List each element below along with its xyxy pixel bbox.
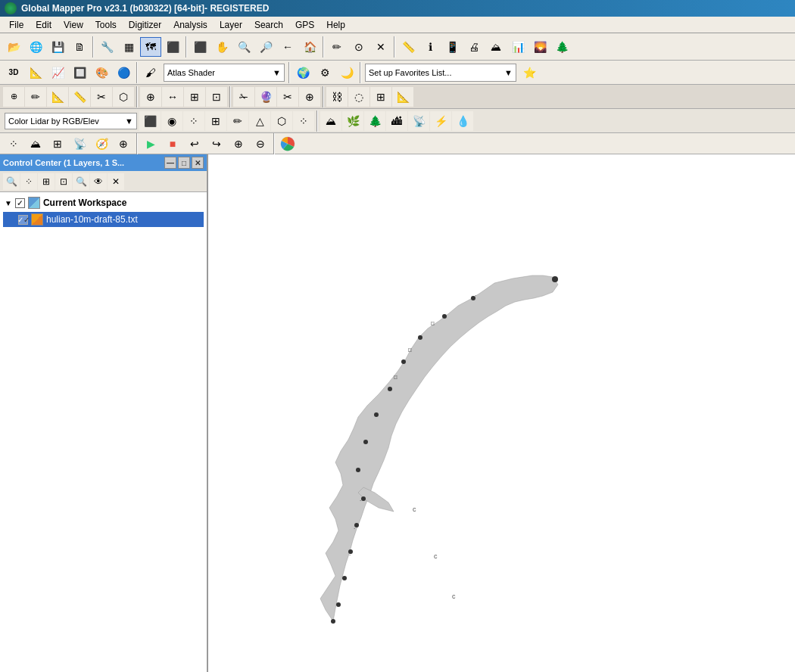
filter-btn[interactable]: ⬛ xyxy=(139,111,161,131)
printer-tool[interactable]: 🖨 xyxy=(463,37,485,57)
map-button-2[interactable]: ⬛ xyxy=(162,37,183,57)
tree-btn[interactable]: 🌿 xyxy=(342,111,363,131)
3d-toggle[interactable]: 3D xyxy=(3,63,24,82)
edit-btn[interactable]: ✏ xyxy=(227,111,248,131)
digitize-btn-2[interactable]: ✏ xyxy=(25,87,46,107)
layer-row-0[interactable]: ✓ hulian-10m-draft-85.txt xyxy=(3,212,204,227)
menu-help[interactable]: Help xyxy=(320,18,351,32)
grid-btn-2[interactable]: ⊞ xyxy=(205,111,226,131)
night-btn[interactable]: 🌙 xyxy=(336,63,357,82)
dots-btn[interactable]: ⁘ xyxy=(183,111,204,131)
color-dropdown[interactable]: Color Lidar by RGB/Elev ▼ xyxy=(5,113,137,129)
arrows-btn[interactable]: ↔ xyxy=(162,87,183,107)
cut-btn[interactable]: ✁ xyxy=(233,87,254,107)
online-button[interactable]: 🌐 xyxy=(25,37,46,57)
menu-layer[interactable]: Layer xyxy=(214,18,248,32)
workspace-row[interactable]: ▼ Current Workspace xyxy=(3,195,204,210)
forest-tool[interactable]: 🌲 xyxy=(551,37,572,57)
expand-btn[interactable]: ⊡ xyxy=(206,87,227,107)
gps-icon[interactable]: 📡 xyxy=(69,134,90,154)
favorites-dropdown[interactable]: Set up Favorites List... ▼ xyxy=(365,64,516,82)
mtn-btn[interactable]: ⛰ xyxy=(320,111,341,131)
digitize-btn-3[interactable]: 📐 xyxy=(47,87,68,107)
chart-tool[interactable]: 📊 xyxy=(507,37,528,57)
x-tool[interactable]: ✕ xyxy=(370,37,391,57)
measure-btn-2[interactable]: 📐 xyxy=(392,87,413,107)
stop-btn[interactable]: ■ xyxy=(162,134,183,154)
menu-digitizer[interactable]: Digitizer xyxy=(123,18,167,32)
shader-dropdown[interactable]: Atlas Shader ▼ xyxy=(164,64,285,82)
pan-tool[interactable]: ✋ xyxy=(211,37,232,57)
pencil-tool[interactable]: ✏ xyxy=(326,37,348,57)
star-btn[interactable]: ⭐ xyxy=(519,63,540,82)
cp-close-btn[interactable]: ✕ xyxy=(108,173,124,190)
node-btn[interactable]: ⊞ xyxy=(184,87,205,107)
cp-dots-btn[interactable]: ⁘ xyxy=(20,173,37,190)
close-btn[interactable]: ✕ xyxy=(192,157,204,169)
menu-tools[interactable]: Tools xyxy=(89,18,123,32)
zoom-box[interactable]: ⬛ xyxy=(189,37,210,57)
chain-btn[interactable]: ⛓ xyxy=(326,87,348,107)
layer-checkbox-0[interactable]: ✓ xyxy=(18,215,28,225)
slope-btn[interactable]: 📈 xyxy=(47,63,68,82)
play-btn[interactable]: ▶ xyxy=(140,134,161,154)
menu-gps[interactable]: GPS xyxy=(289,18,320,32)
home-nav[interactable]: 🏠 xyxy=(299,37,320,57)
maximize-btn[interactable]: □ xyxy=(178,157,190,169)
minimize-btn[interactable]: — xyxy=(164,157,176,169)
menu-view[interactable]: View xyxy=(58,18,89,32)
cp-table-btn[interactable]: ⊞ xyxy=(38,173,55,190)
phone-tool[interactable]: 📱 xyxy=(441,37,463,57)
menu-analysis[interactable]: Analysis xyxy=(167,18,214,32)
compass-icon[interactable]: 🧭 xyxy=(91,134,112,154)
save-button[interactable]: 💾 xyxy=(47,37,68,57)
digitize-btn-6[interactable]: ⬡ xyxy=(113,87,134,107)
workspace-checkbox[interactable] xyxy=(15,198,25,208)
layout-button[interactable]: ▦ xyxy=(118,37,139,57)
mountain-icon[interactable]: ⛰ xyxy=(485,37,507,57)
map-view[interactable]: . . . . ⌑ ⌑ ⌑ c c c xyxy=(208,154,795,672)
back-nav[interactable]: ← xyxy=(277,37,298,57)
forward-btn[interactable]: ↪ xyxy=(206,134,227,154)
digitize-btn-4[interactable]: 📏 xyxy=(69,87,90,107)
layers-icon[interactable]: ⊕ xyxy=(113,134,134,154)
hex-btn[interactable]: ⬡ xyxy=(271,111,292,131)
ruler-tool[interactable]: 📏 xyxy=(398,37,419,57)
export-button[interactable]: 🗎 xyxy=(69,37,90,57)
menu-edit[interactable]: Edit xyxy=(30,18,58,32)
merge-btn[interactable]: ⊕ xyxy=(299,87,320,107)
city-btn[interactable]: 🏙 xyxy=(386,111,407,131)
config-button[interactable]: 🔧 xyxy=(96,37,117,57)
rgb-btn[interactable]: 🎨 xyxy=(91,63,112,82)
globe-btn[interactable]: 🌍 xyxy=(292,63,313,82)
zoom-out[interactable]: 🔎 xyxy=(255,37,276,57)
wand-btn[interactable]: 🔮 xyxy=(255,87,276,107)
menu-search[interactable]: Search xyxy=(248,18,289,32)
cp-eye-btn[interactable]: 👁 xyxy=(90,173,107,190)
power-btn[interactable]: ⚡ xyxy=(430,111,451,131)
cp-search-btn[interactable]: 🔍 xyxy=(3,173,20,190)
zoom-in[interactable]: 🔍 xyxy=(233,37,254,57)
shader-icon[interactable]: 🖌 xyxy=(140,63,161,82)
grid-btn[interactable]: ⊞ xyxy=(370,87,391,107)
move-btn[interactable]: ⊕ xyxy=(140,87,161,107)
settings-btn[interactable]: ⚙ xyxy=(314,63,335,82)
terrain-tool[interactable]: 🌄 xyxy=(529,37,550,57)
map-button-1[interactable]: 🗺 xyxy=(140,37,161,57)
digitize-btn-5[interactable]: ✂ xyxy=(91,87,112,107)
triangle-btn[interactable]: △ xyxy=(249,111,270,131)
digitize-btn-1[interactable]: ⊕ xyxy=(3,87,24,107)
back-btn[interactable]: ↩ xyxy=(184,134,205,154)
tower-btn[interactable]: 📡 xyxy=(408,111,429,131)
lidar-btn[interactable]: 🔵 xyxy=(113,63,134,82)
forest-btn-2[interactable]: 🌲 xyxy=(364,111,385,131)
circles-btn[interactable]: ◉ xyxy=(161,111,182,131)
water-btn[interactable]: 💧 xyxy=(452,111,473,131)
remove-btn[interactable]: ⊖ xyxy=(250,134,271,154)
buffer-btn[interactable]: ◌ xyxy=(348,87,369,107)
map-canvas[interactable]: . . . . ⌑ ⌑ ⌑ c c c xyxy=(208,154,795,672)
pie-chart-btn[interactable] xyxy=(277,134,298,154)
cp-grid-btn[interactable]: ⊡ xyxy=(55,173,72,190)
scatter-btn[interactable]: ⁘ xyxy=(293,111,314,131)
rec-icon[interactable]: ⊞ xyxy=(47,134,68,154)
